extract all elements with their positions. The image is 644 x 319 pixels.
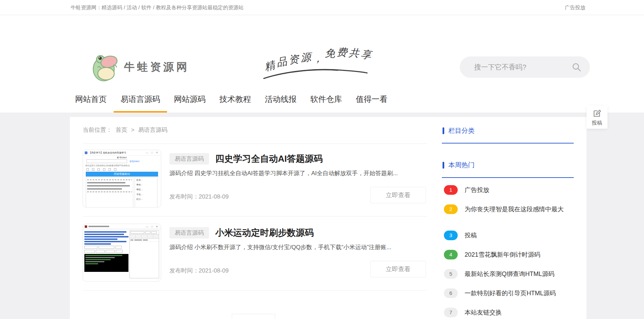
nav-item-tutorials[interactable]: 技术教程 [212,87,258,113]
nav-item-home[interactable]: 网站首页 [68,87,114,113]
hot-item-2[interactable]: 2 为你丧失理智是我在这段感情中最大 [444,204,564,214]
hot-item-4[interactable]: 4 2021雪花飘新年倒计时源码 [444,250,540,259]
thumb1-token-label: 帐号token [91,156,153,159]
sidebar-section-categories: 栏目分类 [443,126,475,135]
hot-item-5[interactable]: 5 最新站长亲测Q绑查询HTML源码 [444,269,554,279]
search-box [460,56,590,78]
rank-badge: 3 [444,231,458,240]
article-1-title[interactable]: 四史学习全自动AI答题源码 [215,153,323,165]
thumb1-log-panel [86,177,133,208]
site-name[interactable]: 牛蛙资源网 [124,60,189,74]
rank-badge: 1 [444,185,458,195]
frog-logo-icon[interactable] [91,52,120,83]
content-container: 当前位置： 首页 > 易语言源码 【四史学习】挂机全自动AI答题学习 — □ ✕… [70,117,586,319]
thumb2-titlebar: — □ ✕ [83,224,161,229]
article-1-view-button[interactable]: 立即查看 [370,187,426,203]
thumb1-token-link: 获取token [130,160,139,163]
thumb1-token-row: 获取token [83,159,161,163]
article-2-category-badge[interactable]: 易语言源码 [169,227,209,238]
search-icon[interactable] [572,63,581,72]
breadcrumb-prefix: 当前位置： [83,127,112,133]
thumb2-window-controls: — □ ✕ [146,225,159,228]
article-1-summary: 源码介绍 四史学习挂机全自动AI答题学习脚本开源了，AI全自动解放双手，开始答题… [169,169,427,177]
breadcrumb: 当前位置： 首页 > 易语言源码 [83,126,169,134]
site-tagline: 牛蛙资源网：精选源码 / 活动 / 软件 / 教程及各种分享资源站最稳定的资源站 [71,0,244,15]
hot-item-1[interactable]: 1 广告投放 [444,185,489,195]
nav-item-software[interactable]: 软件仓库 [303,87,349,113]
article-1-date: 发布时间：2021-08-09 [169,193,229,201]
thumb2-console [84,254,128,272]
rank-badge: 2 [444,204,458,214]
thumb1-token-input [86,159,127,163]
rank-badge: 5 [444,269,458,279]
article-2-title[interactable]: 小米运动定时刷步数源码 [215,227,314,239]
article-2-view-button[interactable]: 立即查看 [370,261,426,277]
hot-item-6[interactable]: 6 一款特别好看的引导页HTML源码 [444,288,556,298]
article-divider [83,290,427,290]
submit-post-button[interactable]: 投稿 [586,106,607,129]
article-1-category-badge[interactable]: 易语言源码 [169,153,209,164]
top-bar: 牛蛙资源网：精选源码 / 活动 / 软件 / 教程及各种分享资源站最稳定的资源站… [0,0,644,15]
article-divider [83,216,427,216]
breadcrumb-separator: > [131,127,134,133]
rank-badge: 6 [444,288,458,298]
thumb2-left-panel [84,230,128,278]
article-2-summary: 源码介绍 小米刷不数开源了，支持微信/支付宝/QQ步数，手机下载“小米运动”注册… [169,243,427,251]
rank-badge: 4 [444,250,458,259]
thumb1-start-button: 开始答题刷分 [86,172,158,177]
thumb1-info-panel: 姓名： 学校： 学院： 手机： 积分： [135,177,157,208]
thumb1-checkboxes [83,168,161,171]
hot-item-3[interactable]: 3 投稿 [444,231,477,240]
edit-icon [593,109,602,118]
sidebar-weekly-hot-title: 本周热门 [448,161,475,170]
nav-item-activities[interactable]: 活动线报 [258,87,303,113]
breadcrumb-home-link[interactable]: 首页 [116,127,127,133]
breadcrumb-divider [83,143,427,144]
hot-item-7[interactable]: 7 本站友链交换 [444,308,502,317]
search-input[interactable] [474,56,571,78]
section-accent-bar [443,162,444,169]
header: 牛蛙资源网 精 品 资 源 ， 免 费 共 享 [0,15,644,87]
article-1-thumbnail[interactable]: 【四史学习】挂机全自动AI答题学习 — □ ✕ 帐号token 获取token … [83,150,161,208]
section-accent-bar [443,127,444,134]
slogan-underline-swoosh [262,66,369,81]
submit-post-label: 投稿 [586,120,607,126]
sidebar-section-underline [442,177,574,178]
thumb1-stop-rule: 积分达到 0 分自动停止(为0或者为空则不自动停止) [83,164,139,167]
thumb2-table-panel [129,230,159,278]
nav-item-worth-seeing[interactable]: 值得一看 [349,87,394,113]
thumb1-titlebar: 【四史学习】挂机全自动AI答题学习 — □ ✕ [83,150,161,156]
thumb2-body [83,229,161,278]
load-more-button[interactable] [232,314,275,319]
article-2-thumbnail[interactable]: — □ ✕ [83,224,161,281]
sidebar-categories-title: 栏目分类 [448,126,475,135]
sidebar-section-weekly-hot: 本周热门 [443,161,475,170]
thumb1-body: 姓名： 学校： 学院： 手机： 积分： [86,177,158,208]
thumb1-window-controls: — □ ✕ [146,151,159,154]
thumb2-app-icon [85,225,87,228]
breadcrumb-current: 易语言源码 [138,127,167,133]
nav-item-site-source[interactable]: 网站源码 [167,87,212,113]
sidebar-section-underline [442,143,574,143]
thumb1-window-title: 【四史学习】挂机全自动AI答题学习 [89,151,126,154]
rank-badge: 7 [444,308,458,317]
nav-item-yuyan-source[interactable]: 易语言源码 [114,87,167,113]
main-nav: 网站首页 易语言源码 网站源码 技术教程 活动线报 软件仓库 值得一看 [0,87,644,113]
thumb1-app-icon [85,151,87,154]
article-2-date: 发布时间：2021-08-09 [169,267,229,275]
ad-link[interactable]: 广告投放 [565,0,585,15]
slogan-calligraphy: 精 品 资 源 ， 免 费 共 享 [264,50,371,64]
